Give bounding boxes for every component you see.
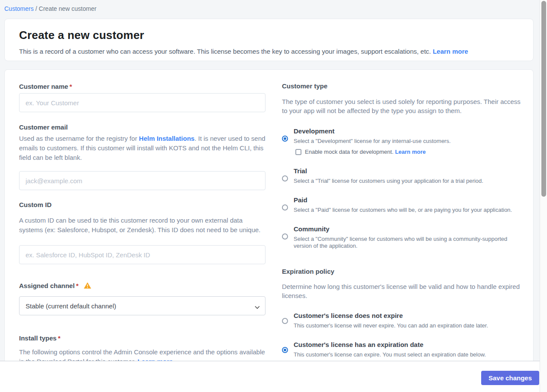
mock-data-learn-more-link[interactable]: Learn more bbox=[395, 149, 426, 155]
install-types-label-text: Install types bbox=[19, 334, 57, 342]
custom-id-input[interactable] bbox=[19, 245, 265, 264]
radio-development[interactable] bbox=[282, 136, 288, 142]
option-no-expire-label: Customer's license does not expire bbox=[294, 312, 521, 319]
page-title: Create a new customer bbox=[19, 29, 520, 42]
option-has-date-description: This customer's license can expire. You … bbox=[294, 351, 521, 358]
page-scrollbar-track[interactable] bbox=[540, 0, 547, 392]
customer-name-label-text: Customer name bbox=[19, 83, 68, 90]
customer-email-desc-pre: Used as the username for the registry fo… bbox=[19, 135, 139, 142]
form-right-column: Customer type The type of customer you s… bbox=[282, 70, 521, 366]
option-community-description: Select a "Community" license for custome… bbox=[294, 236, 521, 249]
mock-data-row: Enable mock data for development. Learn … bbox=[295, 149, 521, 155]
page-header-card: Create a new customer This is a record o… bbox=[4, 19, 534, 61]
customer-type-option-paid: Paid Select a "Paid" license for custome… bbox=[282, 196, 521, 214]
header-learn-more-link[interactable]: Learn more bbox=[433, 48, 468, 55]
mock-data-label-text: Enable mock data for development. bbox=[305, 149, 395, 155]
expiration-option-no-expire: Customer's license does not expire This … bbox=[282, 312, 521, 329]
required-asterisk: * bbox=[58, 334, 61, 342]
option-development-description: Select a "Development" license for any i… bbox=[294, 138, 521, 145]
option-paid-label: Paid bbox=[294, 196, 521, 204]
chevron-down-icon bbox=[255, 303, 260, 311]
form-left-column: Customer name* Customer email Used as th… bbox=[19, 70, 265, 366]
required-asterisk: * bbox=[69, 83, 72, 90]
option-has-date-label: Customer's license has an expiration dat… bbox=[294, 341, 521, 348]
customer-type-option-development: Development Select a "Development" licen… bbox=[282, 127, 521, 155]
page-description: This is a record of a customer who can a… bbox=[19, 48, 520, 55]
option-trial-description: Select a "Trial" license for customers u… bbox=[294, 178, 521, 185]
customer-email-description: Used as the username for the registry fo… bbox=[19, 134, 265, 162]
custom-id-description: A custom ID can be used to tie this cust… bbox=[19, 216, 265, 235]
option-no-expire-description: This customer's license will never expir… bbox=[294, 322, 521, 329]
radio-paid[interactable] bbox=[282, 204, 288, 211]
customer-type-heading: Customer type bbox=[282, 82, 521, 90]
helm-installations-link[interactable]: Helm Installations bbox=[139, 135, 194, 142]
page-scrollbar-thumb[interactable] bbox=[541, 1, 546, 197]
warning-icon bbox=[84, 282, 91, 290]
customer-type-option-trial: Trial Select a "Trial" license for custo… bbox=[282, 167, 521, 185]
customer-email-input[interactable] bbox=[19, 171, 265, 190]
radio-license-does-not-expire[interactable] bbox=[282, 318, 288, 324]
customer-type-description: The type of customer you select is used … bbox=[282, 97, 521, 115]
customer-email-label: Customer email bbox=[19, 123, 265, 131]
custom-id-label: Custom ID bbox=[19, 201, 265, 208]
customer-type-option-community: Community Select a "Community" license f… bbox=[282, 225, 521, 249]
expiration-policy-description: Determine how long this customer's licen… bbox=[282, 282, 521, 300]
assigned-channel-label: Assigned channel* bbox=[19, 282, 265, 290]
assigned-channel-select[interactable]: Stable (current default channel) bbox=[19, 296, 265, 315]
save-changes-button[interactable]: Save changes bbox=[481, 371, 539, 385]
required-asterisk: * bbox=[76, 282, 78, 289]
radio-community[interactable] bbox=[282, 233, 288, 240]
breadcrumb-current: Create new customer bbox=[39, 5, 97, 12]
page-description-text: This is a record of a customer who can a… bbox=[19, 48, 431, 55]
customer-name-label: Customer name* bbox=[19, 83, 265, 90]
radio-trial[interactable] bbox=[282, 175, 288, 181]
expiration-policy-heading: Expiration policy bbox=[282, 268, 521, 275]
form-footer: Save changes bbox=[0, 361, 547, 392]
option-paid-description: Select a "Paid" license for customers wh… bbox=[294, 207, 521, 214]
breadcrumb-separator: / bbox=[36, 5, 37, 12]
expiration-option-has-date: Customer's license has an expiration dat… bbox=[282, 341, 521, 358]
customer-form-card: Customer name* Customer email Used as th… bbox=[4, 69, 534, 392]
option-development-label: Development bbox=[294, 127, 521, 135]
radio-license-has-expiration[interactable] bbox=[282, 347, 288, 353]
enable-mock-data-checkbox[interactable] bbox=[295, 149, 301, 155]
customer-name-input[interactable] bbox=[19, 93, 265, 112]
install-types-label: Install types* bbox=[19, 334, 265, 342]
option-community-label: Community bbox=[294, 225, 521, 233]
option-trial-label: Trial bbox=[294, 167, 521, 175]
assigned-channel-selected-value: Stable (current default channel) bbox=[26, 302, 116, 310]
breadcrumb: Customers/Create new customer bbox=[0, 0, 547, 12]
breadcrumb-customers-link[interactable]: Customers bbox=[4, 5, 34, 12]
assigned-channel-label-text: Assigned channel bbox=[19, 282, 74, 289]
enable-mock-data-label: Enable mock data for development. Learn … bbox=[305, 149, 426, 155]
